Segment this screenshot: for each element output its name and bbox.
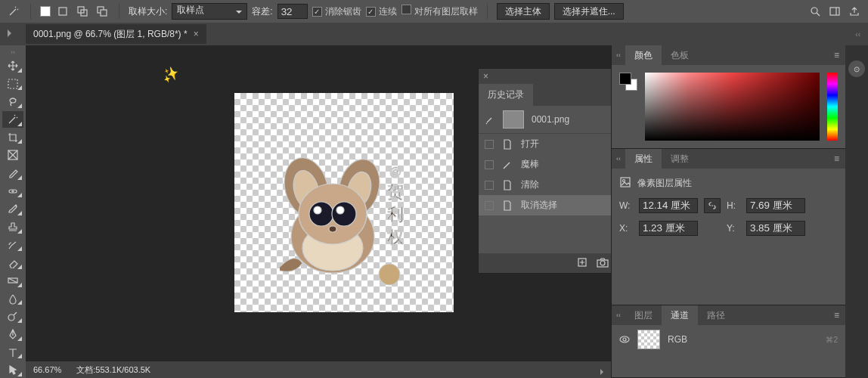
share-icon[interactable] [847, 4, 862, 19]
creative-cloud-icon[interactable]: ⊙ [848, 60, 865, 77]
history-checkbox[interactable] [485, 160, 494, 169]
panel-menu-icon[interactable]: ≡ [828, 50, 845, 60]
height-input[interactable] [746, 198, 805, 213]
healing-tool[interactable] [2, 183, 23, 200]
svg-rect-7 [8, 79, 17, 88]
sample-swatch[interactable] [40, 6, 51, 17]
tolerance-label: 容差: [252, 5, 272, 18]
brush-tool[interactable] [2, 200, 23, 217]
svg-text:利: 利 [387, 205, 404, 224]
svg-point-33 [620, 336, 629, 342]
adjustments-tab[interactable]: 调整 [662, 149, 698, 169]
zoom-level[interactable]: 66.67% [33, 365, 61, 374]
hue-strip[interactable] [827, 73, 838, 141]
history-step[interactable]: 魔棒 [479, 154, 611, 175]
channel-row[interactable]: RGB ⌘2 [612, 325, 845, 354]
select-mask-label: 选择并遮住... [563, 5, 615, 18]
lasso-tool[interactable] [2, 93, 23, 110]
color-ramp[interactable] [645, 73, 820, 141]
properties-tab[interactable]: 属性 [625, 149, 662, 169]
history-tab[interactable]: 历史记录 [479, 84, 533, 106]
tolerance-input[interactable] [277, 4, 308, 19]
collapse-icon[interactable]: ‹‹ [612, 51, 625, 59]
history-checkbox[interactable] [485, 201, 494, 210]
history-panel-header[interactable]: × ‹‹ [479, 69, 611, 84]
pen-tool[interactable] [2, 326, 23, 342]
x-input[interactable] [639, 221, 698, 236]
canvas[interactable]: @ 贺 利 权 [234, 93, 454, 312]
svg-text:权: 权 [386, 228, 404, 246]
eraser-tool[interactable] [2, 254, 23, 271]
frame-tool[interactable] [2, 147, 23, 163]
collapse-icon[interactable]: ‹‹ [612, 311, 625, 319]
svg-point-20 [332, 202, 356, 226]
width-label: W: [619, 200, 633, 211]
select-subject-button[interactable]: 选择主体 [497, 3, 550, 20]
blur-tool[interactable] [2, 290, 23, 307]
wand-cursor-icon: ✨ [160, 64, 181, 85]
swatches-tab[interactable]: 色板 [662, 45, 698, 65]
eyedropper-tool[interactable] [2, 165, 23, 181]
snapshot-label: 0001.png [532, 114, 569, 125]
path-select-tool[interactable] [2, 361, 23, 378]
foreground-color[interactable] [619, 73, 631, 85]
svg-point-23 [329, 226, 336, 232]
new-document-icon[interactable] [577, 257, 587, 270]
foreground-background-swatch[interactable] [619, 73, 637, 91]
collapse-icon[interactable]: ‹‹ [612, 155, 625, 163]
svg-point-21 [314, 206, 321, 214]
sample-size-select[interactable]: 取样点 [172, 3, 247, 20]
close-icon[interactable]: × [194, 29, 199, 39]
brush-icon [485, 114, 495, 125]
antialias-option[interactable]: 消除锯齿 [312, 5, 361, 18]
search-icon[interactable] [808, 4, 823, 19]
visibility-icon[interactable] [619, 334, 630, 345]
magic-wand-icon [501, 159, 513, 171]
width-input[interactable] [639, 198, 698, 213]
all-layers-option[interactable]: 对所有图层取样 [401, 5, 478, 18]
magic-wand-tool[interactable] [2, 111, 23, 128]
document-info[interactable]: 文档:553.1K/603.5K [76, 364, 150, 376]
y-input[interactable] [746, 221, 805, 236]
panel-menu-icon[interactable]: ≡ [828, 153, 845, 164]
history-step[interactable]: 打开 [479, 134, 611, 154]
layers-tab[interactable]: 图层 [625, 305, 662, 325]
svg-point-5 [811, 8, 817, 14]
camera-icon[interactable] [597, 257, 609, 270]
paths-tab[interactable]: 路径 [698, 305, 734, 325]
canvas-area[interactable]: ✨ [26, 45, 611, 378]
collapse-tools-icon[interactable]: ›› [11, 48, 15, 56]
collapse-icon[interactable]: ‹‹ [855, 30, 868, 39]
color-tab[interactable]: 颜色 [625, 45, 662, 65]
channels-tab[interactable]: 通道 [662, 305, 698, 325]
history-snapshot[interactable]: 0001.png [479, 106, 611, 134]
history-brush-tool[interactable] [2, 237, 23, 253]
history-checkbox[interactable] [485, 181, 494, 190]
stamp-tool[interactable] [2, 218, 23, 235]
workspace-icon[interactable] [827, 4, 842, 19]
history-checkbox[interactable] [485, 140, 494, 149]
history-step-current[interactable]: 取消选择 [479, 195, 611, 215]
all-layers-checkbox[interactable] [401, 5, 411, 14]
document-icon [501, 200, 513, 212]
contiguous-option[interactable]: 连续 [366, 5, 397, 18]
marquee-tool[interactable] [2, 76, 23, 92]
antialias-checkbox[interactable] [312, 7, 322, 17]
move-tool[interactable] [2, 57, 23, 74]
subtract-selection-icon[interactable] [95, 4, 110, 19]
close-icon[interactable]: × [483, 71, 488, 82]
gradient-tool[interactable] [2, 272, 23, 289]
crop-tool[interactable] [2, 129, 23, 146]
contiguous-checkbox[interactable] [366, 7, 376, 17]
select-and-mask-button[interactable]: 选择并遮住... [554, 3, 624, 20]
dodge-tool[interactable] [2, 308, 23, 324]
cc-dock: ⊙ [845, 45, 868, 378]
new-selection-icon[interactable] [55, 4, 70, 19]
separator [487, 4, 488, 19]
type-tool[interactable] [2, 344, 23, 361]
link-icon[interactable] [704, 198, 721, 213]
document-tab[interactable]: 0001.png @ 66.7% (图层 1, RGB/8*) * × [26, 24, 206, 44]
add-selection-icon[interactable] [75, 4, 90, 19]
history-step[interactable]: 清除 [479, 175, 611, 195]
panel-menu-icon[interactable]: ≡ [828, 310, 845, 321]
